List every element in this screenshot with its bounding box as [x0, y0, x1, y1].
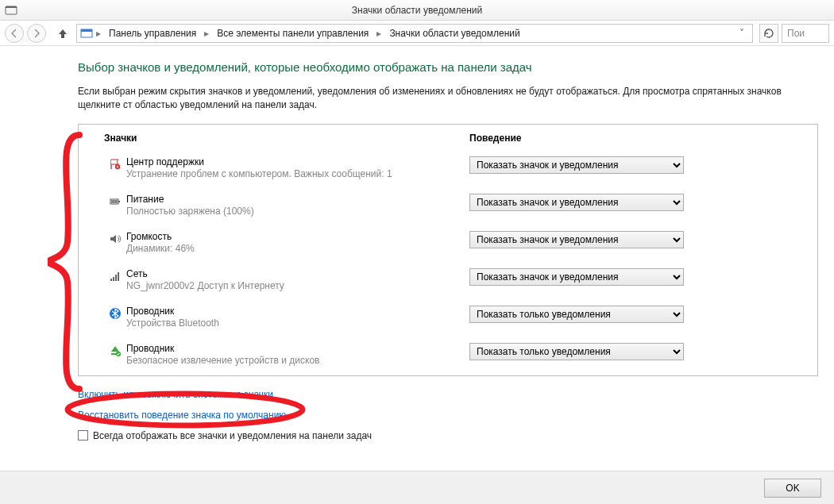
search-input[interactable]: Пои [782, 24, 829, 43]
row-text: ПроводникБезопасное извлечение устройств… [126, 343, 469, 366]
row-subtitle: Устранение проблем с компьютером. Важных… [126, 168, 469, 179]
icon-row: ПроводникУстройства BluetoothПоказать зн… [79, 301, 817, 338]
system-icons-link[interactable]: Включить или выключить системные значки [78, 389, 834, 400]
back-button[interactable] [5, 24, 24, 43]
icon-row: ПитаниеПолностью заряжена (100%)Показать… [79, 189, 817, 226]
svg-rect-10 [115, 275, 117, 281]
icon-row: ГромкостьДинамики: 46%Показать значок и … [79, 226, 817, 264]
row-title: Проводник [126, 343, 469, 354]
row-subtitle: NG_jwnr2000v2 Доступ к Интернету [126, 280, 469, 291]
svg-rect-11 [118, 272, 119, 281]
restore-defaults-link[interactable]: Восстановить поведение значка по умолчан… [78, 410, 834, 421]
behavior-select[interactable]: Показать значок и уведомленияПоказать то… [469, 156, 684, 174]
volume-icon [104, 231, 126, 245]
breadcrumb[interactable]: Значки области уведомлений [384, 26, 524, 40]
eject-icon [104, 343, 126, 357]
footer: OK [0, 471, 834, 504]
row-subtitle: Полностью заряжена (100%) [126, 206, 469, 217]
icons-panel: Значки Поведение Центр поддержкиУстранен… [78, 124, 818, 376]
checkbox-icon[interactable] [78, 430, 88, 441]
up-button[interactable] [56, 25, 70, 41]
content-area: Выбор значков и уведомлений, которые нео… [0, 46, 834, 441]
battery-icon [104, 194, 126, 208]
address-dropdown-icon[interactable]: ˅ [735, 28, 749, 39]
row-text: ГромкостьДинамики: 46% [126, 231, 469, 254]
bluetooth-icon [104, 306, 126, 320]
chevron-right-icon: ▸ [375, 28, 383, 39]
window-icon [5, 4, 17, 17]
row-text: ПитаниеПолностью заряжена (100%) [126, 194, 469, 217]
breadcrumb[interactable]: Все элементы панели управления [212, 26, 373, 40]
svg-rect-3 [81, 29, 92, 32]
panel-header: Значки Поведение [79, 125, 817, 152]
row-title: Проводник [126, 306, 469, 317]
checkbox-label: Всегда отображать все значки и уведомлен… [93, 430, 372, 441]
behavior-select[interactable]: Показать значок и уведомленияПоказать то… [469, 268, 684, 286]
icon-row: СетьNG_jwnr2000v2 Доступ к ИнтернетуПока… [79, 264, 817, 301]
icon-row: Центр поддержкиУстранение проблем с комп… [79, 152, 817, 189]
network-icon [104, 268, 126, 283]
row-title: Центр поддержки [126, 156, 469, 167]
row-title: Громкость [126, 231, 469, 242]
navbar: ▸ Панель управления ▸ Все элементы панел… [0, 21, 834, 46]
titlebar: Значки области уведомлений [0, 0, 834, 21]
svg-rect-9 [113, 277, 114, 281]
links-section: Включить или выключить системные значки … [78, 389, 834, 421]
row-text: Центр поддержкиУстранение проблем с комп… [126, 156, 469, 179]
window-title: Значки области уведомлений [352, 5, 482, 16]
flag-icon [104, 156, 126, 171]
row-text: ПроводникУстройства Bluetooth [126, 306, 469, 329]
search-placeholder: Пои [787, 28, 805, 39]
always-show-checkbox-row[interactable]: Всегда отображать все значки и уведомлен… [78, 430, 834, 441]
row-subtitle: Динамики: 46% [126, 243, 469, 254]
address-icon [80, 27, 93, 40]
row-title: Сеть [126, 268, 469, 279]
chevron-right-icon: ▸ [203, 28, 210, 39]
svg-rect-8 [110, 279, 112, 281]
behavior-select[interactable]: Показать значок и уведомленияПоказать то… [469, 194, 684, 211]
behavior-select[interactable]: Показать значок и уведомленияПоказать то… [469, 306, 684, 323]
behavior-select[interactable]: Показать значок и уведомленияПоказать то… [469, 343, 684, 360]
forward-button[interactable] [27, 24, 46, 43]
svg-rect-7 [111, 200, 118, 203]
row-text: СетьNG_jwnr2000v2 Доступ к Интернету [126, 268, 469, 291]
ok-button[interactable]: OK [764, 479, 821, 498]
svg-rect-6 [118, 201, 120, 202]
column-header-icons: Значки [104, 133, 469, 144]
behavior-select[interactable]: Показать значок и уведомленияПоказать то… [469, 231, 684, 248]
row-title: Питание [126, 194, 469, 205]
column-header-behavior: Поведение [469, 133, 805, 144]
icon-row: ПроводникБезопасное извлечение устройств… [79, 338, 817, 375]
chevron-right-icon: ▸ [95, 28, 102, 39]
page-description: Если выбран режим скрытия значков и увед… [78, 85, 824, 113]
address-bar[interactable]: ▸ Панель управления ▸ Все элементы панел… [76, 24, 753, 43]
breadcrumb[interactable]: Панель управления [104, 26, 201, 40]
page-title: Выбор значков и уведомлений, которые нео… [78, 60, 834, 74]
row-subtitle: Безопасное извлечение устройств и дисков [126, 355, 469, 366]
svg-rect-1 [6, 6, 17, 8]
refresh-button[interactable] [759, 24, 778, 43]
row-subtitle: Устройства Bluetooth [126, 317, 469, 329]
